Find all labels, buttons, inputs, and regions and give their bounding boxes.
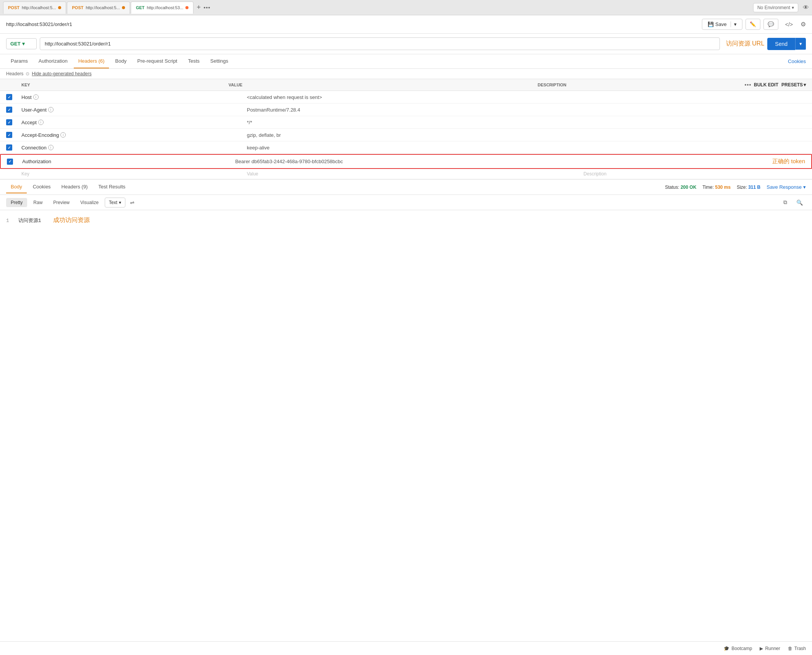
method-chevron-icon: ▾ — [22, 41, 25, 47]
header-row-connection: Connection i keep-alive — [0, 141, 812, 154]
success-annotation: 成功访问资源 — [53, 217, 90, 224]
new-value-input[interactable]: Value — [247, 171, 581, 177]
connection-info-icon[interactable]: i — [48, 145, 54, 150]
accept-key: Accept i — [21, 120, 244, 125]
table-more-icon[interactable] — [745, 84, 751, 86]
bottom-bar: 🎓 Bootcamp ▶ Runner 🗑 Trash — [0, 641, 812, 655]
presets-button[interactable]: Presets ▾ — [781, 82, 806, 88]
copy-button[interactable]: ⧉ — [780, 197, 790, 208]
environment-selector[interactable]: No Environment ▾ — [753, 3, 798, 12]
tab-authorization[interactable]: Authorization — [34, 54, 72, 68]
header-row-accept-encoding: Accept-Encoding i gzip, deflate, br — [0, 129, 812, 141]
host-checkbox[interactable] — [6, 94, 18, 100]
save-label: Save — [715, 21, 727, 27]
save-dropdown-icon[interactable]: ▾ — [731, 21, 737, 27]
settings-icon[interactable]: ⚙ — [801, 21, 806, 28]
accept-info-icon[interactable]: i — [38, 120, 44, 125]
request-bar: GET ▾ 访问资源 URL Send ▾ — [0, 34, 812, 54]
env-label: No Environment — [757, 5, 790, 10]
accept-checkbox[interactable] — [6, 119, 18, 125]
method-selector[interactable]: GET ▾ — [6, 38, 37, 49]
comment-icon-button[interactable]: 💬 — [763, 19, 778, 30]
accept-encoding-info-icon[interactable]: i — [60, 132, 66, 138]
response-tab-test-results[interactable]: Test Results — [94, 181, 130, 193]
more-tabs-button[interactable] — [204, 7, 210, 8]
visualize-button[interactable]: Visualize — [76, 198, 103, 207]
new-desc-input[interactable]: Description — [583, 171, 806, 177]
hide-auto-generated-link[interactable]: Hide auto-generated headers — [32, 71, 91, 76]
tab-params[interactable]: Params — [6, 54, 32, 68]
response-body: 1 访问资源1 成功访问资源 — [0, 210, 812, 641]
save-button-group[interactable]: 💾 Save ▾ — [702, 19, 742, 30]
tab-3-dot — [185, 6, 188, 9]
user-agent-value: PostmanRuntime/7.28.4 — [247, 107, 581, 113]
tab-bar: POST http://localhost:5... POST http://l… — [0, 0, 812, 15]
tab-2[interactable]: POST http://localhost:5... — [67, 2, 130, 14]
tab-body[interactable]: Body — [110, 54, 131, 68]
tab-1-method: POST — [8, 5, 19, 10]
new-tab-button[interactable]: + — [194, 3, 203, 11]
authorization-key: Authorization — [22, 159, 232, 164]
new-key-input[interactable]: Key — [21, 171, 244, 177]
user-agent-key: User-Agent i — [21, 107, 244, 113]
tab-tests[interactable]: Tests — [184, 54, 204, 68]
connection-checkbox[interactable] — [6, 144, 18, 151]
headers-table: KEY VALUE DESCRIPTION Bulk Edit Presets … — [0, 79, 812, 179]
tab-3[interactable]: GET http://localhost:53... — [131, 2, 193, 14]
runner-link[interactable]: ▶ Runner — [760, 646, 780, 651]
trash-label: Trash — [794, 646, 806, 651]
user-agent-info-icon[interactable]: i — [48, 107, 54, 112]
response-tab-headers[interactable]: Headers (9) — [57, 181, 93, 193]
authorization-checkbox[interactable] — [7, 159, 19, 165]
save-response-button[interactable]: Save Response ▾ — [767, 184, 806, 190]
status-label: Status: 200 OK — [665, 185, 696, 190]
response-tabs: Body Cookies Headers (9) Test Results St… — [0, 180, 812, 195]
table-actions: Bulk Edit Presets ▾ — [745, 82, 806, 88]
size-value: 311 B — [748, 185, 760, 190]
code-icon-button[interactable]: </> — [781, 19, 797, 30]
send-button[interactable]: Send — [767, 38, 795, 50]
accept-encoding-value: gzip, deflate, br — [247, 132, 581, 138]
tab-pre-request[interactable]: Pre-request Script — [133, 54, 182, 68]
response-tab-body[interactable]: Body — [6, 181, 27, 193]
edit-icon-button[interactable]: ✏️ — [745, 19, 760, 30]
response-toolbar: Pretty Raw Preview Visualize Text ▾ ⇌ ⧉ … — [0, 195, 812, 210]
bulk-edit-button[interactable]: Bulk Edit — [754, 82, 778, 88]
method-label: GET — [10, 41, 21, 47]
line-number-1: 1 — [6, 218, 9, 224]
header-row-user-agent: User-Agent i PostmanRuntime/7.28.4 — [0, 104, 812, 116]
tab-1-url: http://localhost:5... — [22, 5, 56, 10]
response-status: Status: 200 OK Time: 530 ms Size: 311 B … — [665, 184, 806, 190]
cookies-link[interactable]: Cookies — [788, 58, 806, 64]
trash-link[interactable]: 🗑 Trash — [788, 646, 806, 651]
format-chevron-icon: ▾ — [119, 200, 121, 205]
tab-settings[interactable]: Settings — [206, 54, 233, 68]
tab-2-dot — [122, 6, 125, 9]
url-input[interactable] — [40, 37, 720, 50]
bootcamp-link[interactable]: 🎓 Bootcamp — [724, 646, 752, 651]
response-section: Body Cookies Headers (9) Test Results St… — [0, 179, 812, 641]
auth-annotation: 正确的 token — [772, 158, 805, 165]
hide-icon: ⊙ — [26, 71, 29, 76]
send-dropdown-button[interactable]: ▾ — [795, 38, 806, 50]
tab-1[interactable]: POST http://localhost:5... — [3, 2, 66, 14]
url-annotation: 访问资源 URL — [726, 40, 764, 48]
response-tab-cookies[interactable]: Cookies — [28, 181, 55, 193]
user-agent-checkbox[interactable] — [6, 107, 18, 113]
wrap-button[interactable]: ⇌ — [127, 198, 138, 208]
host-info-icon[interactable]: i — [33, 94, 39, 100]
authorization-value: Bearer db65fab3-2442-468a-9780-bfcb0258b… — [235, 159, 550, 164]
bootcamp-label: Bootcamp — [731, 646, 752, 651]
pretty-button[interactable]: Pretty — [6, 198, 27, 207]
tab-2-url: http://localhost:5... — [86, 5, 120, 10]
tab-3-url: http://localhost:53... — [147, 5, 183, 10]
search-button[interactable]: 🔍 — [793, 197, 806, 208]
accept-encoding-checkbox[interactable] — [6, 132, 18, 138]
bootcamp-icon: 🎓 — [724, 646, 729, 651]
format-selector[interactable]: Text ▾ — [105, 198, 125, 208]
preview-button[interactable]: Preview — [49, 198, 74, 207]
header-row-accept: Accept i */* — [0, 116, 812, 129]
eye-icon[interactable]: 👁 — [803, 4, 809, 11]
tab-headers[interactable]: Headers (6) — [74, 54, 109, 68]
raw-button[interactable]: Raw — [29, 198, 47, 207]
